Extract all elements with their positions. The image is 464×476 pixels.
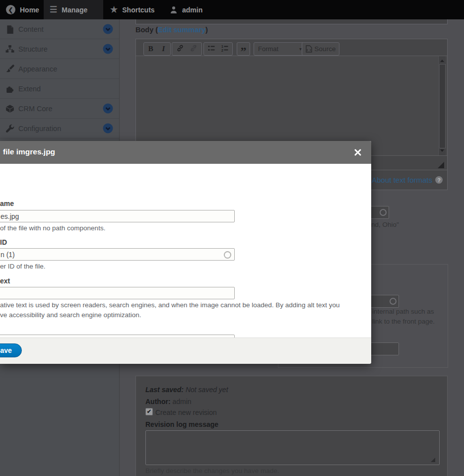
- scroll-up-icon[interactable]: [440, 60, 444, 62]
- editor-toolbar: B I 12 ” Format ▾ Sour: [136, 39, 447, 56]
- autocomplete-spinner-icon: [224, 251, 231, 259]
- format-dropdown[interactable]: Format ▾: [254, 42, 306, 56]
- chevron-down-icon[interactable]: [103, 103, 113, 114]
- list-group: 12: [203, 42, 233, 56]
- alt-text-description-line1: ative text is used by screen readers, se…: [0, 301, 339, 309]
- revision-log-description: Briefly describe the changes you have ma…: [145, 467, 279, 475]
- alt-text-label: ext: [0, 277, 10, 285]
- scroll-down-icon[interactable]: [440, 149, 444, 152]
- last-saved-label: Last saved:: [145, 386, 184, 394]
- autocomplete-spinner-icon: [390, 298, 397, 305]
- modal-header[interactable]: file imgres.jpg: [0, 141, 371, 164]
- path-hint-line2: link to the front page.: [372, 318, 435, 325]
- sitemap-icon: [5, 45, 14, 54]
- wrench-icon: [5, 124, 14, 133]
- autocomplete-spinner-icon: [380, 209, 387, 216]
- toolbar-shortcuts-label: Shortcuts: [122, 6, 154, 14]
- back-to-site-icon: ❮: [6, 5, 15, 14]
- sidebar-item-label: Configuration: [18, 125, 61, 133]
- bulleted-list-icon[interactable]: [205, 44, 217, 54]
- textarea-resize-handle[interactable]: [431, 458, 435, 462]
- source-doc-icon: [306, 45, 312, 53]
- sidebar-item-label: Content: [18, 25, 44, 33]
- toolbar-home-label: Home: [20, 6, 39, 14]
- edit-summary-link[interactable]: Edit summary: [158, 26, 205, 34]
- body-label-suffix: ): [205, 26, 208, 34]
- path-hint-line1: internal path such as: [372, 308, 434, 315]
- filename-label: ame: [0, 200, 14, 207]
- create-revision-checkbox[interactable]: ✔: [145, 408, 153, 415]
- text-style-group: B I: [143, 42, 171, 56]
- sidebar-item-label: Structure: [18, 45, 48, 53]
- svg-text:1: 1: [221, 45, 223, 48]
- user-id-input[interactable]: [0, 248, 235, 261]
- scrollbar-thumb[interactable]: [439, 64, 446, 148]
- alt-text-description-line2: ve accessibility and search engine optim…: [0, 311, 141, 319]
- save-button[interactable]: Save: [0, 343, 22, 357]
- svg-text:2: 2: [221, 49, 223, 52]
- author-row: Author: admin: [145, 398, 192, 406]
- sidebar-item-structure[interactable]: Structure: [0, 39, 119, 59]
- admin-toolbar: ❮ Home ☰ Manage ★ Shortcuts admin: [0, 0, 464, 19]
- create-revision-label: Create new revision: [155, 408, 217, 416]
- sidebar-item-label: Extend: [18, 85, 41, 93]
- sidebar-item-content[interactable]: Content: [0, 19, 119, 39]
- toolbar-manage-label: Manage: [62, 6, 87, 14]
- drupal-admin-page: { "topbar": { "items": [ { "label": "Hom…: [0, 0, 464, 476]
- edit-file-modal: file imgres.jpg ame of the file with no …: [0, 141, 371, 363]
- revision-log-label: Revision log message: [145, 420, 218, 428]
- modal-title: file imgres.jpg: [3, 147, 55, 156]
- sidebar-item-crm-core[interactable]: CRM Core: [0, 99, 119, 119]
- obscured-field-description: nd, Ohio": [371, 221, 399, 228]
- link-group: [172, 42, 202, 56]
- toolbar-item-manage[interactable]: ☰ Manage: [44, 0, 103, 19]
- source-button-label: Source: [315, 45, 336, 53]
- user-icon: [170, 6, 178, 14]
- about-text-formats-link[interactable]: About text formats: [372, 176, 432, 184]
- file-icon: [5, 25, 14, 34]
- link-icon[interactable]: [174, 44, 186, 54]
- last-saved-row: Last saved: Not saved yet: [145, 386, 228, 394]
- node-meta-panel: Last saved: Not saved yet Author: admin …: [135, 376, 448, 476]
- star-icon: ★: [110, 5, 118, 14]
- editor-scrollbar[interactable]: [438, 56, 446, 155]
- last-saved-value: Not saved yet: [186, 386, 228, 394]
- italic-button[interactable]: I: [157, 45, 169, 53]
- author-value: admin: [172, 398, 191, 406]
- filename-input[interactable]: [0, 210, 235, 222]
- revision-log-textarea[interactable]: [145, 430, 440, 465]
- blockquote-group: ”: [237, 42, 250, 56]
- format-dropdown-label: Format: [258, 45, 278, 53]
- chevron-down-icon[interactable]: [103, 123, 113, 134]
- bold-button[interactable]: B: [145, 45, 157, 53]
- help-icon[interactable]: ?: [435, 176, 443, 184]
- modal-footer: Save: [0, 338, 371, 364]
- editor-content-area[interactable]: [136, 56, 447, 155]
- body-field-label: Body (Edit summary): [135, 26, 208, 34]
- sidebar-item-configuration[interactable]: Configuration: [0, 119, 119, 138]
- chevron-down-icon[interactable]: [103, 24, 113, 34]
- unlink-icon: [188, 44, 199, 54]
- chevron-down-icon[interactable]: [103, 44, 113, 54]
- editor-resize-handle[interactable]: [438, 162, 444, 168]
- modal-body: ame of the file with no path components.…: [0, 164, 371, 338]
- toolbar-admin-label: admin: [182, 6, 202, 14]
- alt-text-input[interactable]: [0, 287, 235, 299]
- sidebar-item-label: CRM Core: [18, 105, 52, 113]
- cube-icon: [5, 104, 14, 113]
- toolbar-item-admin[interactable]: admin: [164, 0, 208, 19]
- filename-description: of the file with no path components.: [0, 224, 105, 232]
- sidebar-item-appearance[interactable]: Appearance: [0, 59, 119, 79]
- numbered-list-icon[interactable]: 12: [219, 44, 231, 54]
- hamburger-icon: ☰: [50, 5, 57, 14]
- paintbrush-icon: [5, 65, 14, 73]
- source-button[interactable]: Source: [302, 42, 339, 56]
- sidebar-item-extend[interactable]: Extend: [0, 79, 119, 99]
- toolbar-item-shortcuts[interactable]: ★ Shortcuts: [104, 0, 161, 19]
- author-label: Author:: [145, 398, 171, 406]
- close-icon[interactable]: [354, 148, 362, 156]
- blockquote-icon[interactable]: ”: [238, 45, 250, 54]
- user-id-description: er ID of the file.: [0, 263, 46, 270]
- sidebar-item-label: Appearance: [18, 65, 57, 73]
- toolbar-item-home[interactable]: ❮ Home: [0, 0, 45, 19]
